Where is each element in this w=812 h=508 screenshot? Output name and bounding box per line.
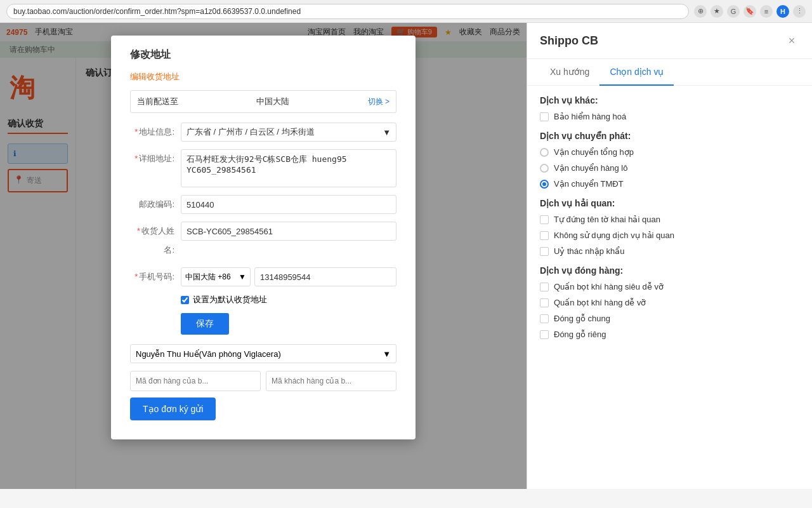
extension-icon-g[interactable]: G bbox=[727, 5, 740, 18]
label-dong-go-chung: Đóng gỗ chung bbox=[554, 314, 610, 323]
radio-tong-hop[interactable] bbox=[540, 148, 549, 157]
address-info-row: *地址信息: 广东省 / 广州市 / 白云区 / 均禾街道 ▼ bbox=[130, 123, 396, 142]
address-selector-arrow: ▼ bbox=[383, 349, 391, 359]
recipient-row: *收货人姓名: bbox=[130, 222, 396, 260]
modal-overlay: 修改地址 编辑收货地址 当前配送至 中国大陆 切换 > *地址信息: 广东省 /… bbox=[0, 23, 527, 489]
checkbox-khong-su-dung[interactable] bbox=[540, 231, 549, 240]
create-order-button[interactable]: Tạo đơn ký gửi bbox=[130, 398, 216, 420]
detail-address-label: *详细地址: bbox=[130, 149, 174, 168]
phone-label: *手机号码: bbox=[130, 267, 174, 286]
detail-address-input[interactable]: 石马村旺发大街92号C栋SCB仓库 hueng95 YC605_29854561 bbox=[181, 149, 396, 187]
delivery-row: 当前配送至 中国大陆 切换 > bbox=[130, 90, 396, 113]
shippo-header: Shippo CB × bbox=[527, 23, 812, 59]
switch-link[interactable]: 切换 > bbox=[368, 97, 390, 107]
checkbox-bot-khi-sieu-de-vo[interactable] bbox=[540, 283, 549, 291]
browser-chrome: buy.taobao.com/auction/order/confirm_ord… bbox=[0, 0, 812, 23]
label-bao-hiem: Bảo hiểm hàng hoá bbox=[554, 112, 626, 121]
checkbox-bot-khi-de-vo[interactable] bbox=[540, 298, 549, 307]
label-uy-thac: Uỷ thác nhập khẩu bbox=[554, 246, 624, 256]
shippo-tabs: Xu hướng Chọn dịch vụ bbox=[527, 59, 812, 86]
tab-chon-dich-vu[interactable]: Chọn dịch vụ bbox=[599, 59, 674, 86]
form-section-title: 编辑收货地址 bbox=[130, 71, 396, 83]
checkbox-uy-thac[interactable] bbox=[540, 247, 549, 256]
radio-hang-lo[interactable] bbox=[540, 164, 549, 173]
service-item-bot-khi-de-vo: Quấn bọt khí hàng dễ vỡ bbox=[540, 298, 799, 307]
address-select-dropdown[interactable]: 广东省 / 广州市 / 白云区 / 均禾街道 ▼ bbox=[181, 123, 396, 142]
service-section-khac-title: Dịch vụ khác: bbox=[540, 95, 799, 105]
default-address-row: 设置为默认收货地址 bbox=[130, 294, 396, 305]
checkbox-dong-go-chung[interactable] bbox=[540, 314, 549, 323]
service-section-hai-quan: Dịch vụ hải quan: Tự đứng tên tờ khai hả… bbox=[540, 198, 799, 256]
browser-icon-group: ⊕ ★ G 🔖 ≡ H ⋮ bbox=[694, 5, 806, 18]
extension-icon-1[interactable]: ⊕ bbox=[694, 5, 707, 18]
recipient-label: *收货人姓名: bbox=[130, 222, 174, 260]
bottom-inputs bbox=[130, 371, 396, 391]
shippo-title: Shippo CB bbox=[540, 34, 598, 48]
dropdown-arrow-icon: ▼ bbox=[383, 128, 391, 137]
service-section-chuyen-phat-title: Dịch vụ chuyển phát: bbox=[540, 131, 799, 141]
default-address-checkbox[interactable] bbox=[181, 296, 189, 304]
zip-input[interactable] bbox=[181, 195, 396, 214]
taobao-content: 24975 手机逛淘宝 淘宝网首页 我的淘宝 🛒 购物车9 ★ 收藏夹 商品分类… bbox=[0, 23, 527, 489]
address-selector[interactable]: Nguyễn Thu Huế(Văn phòng Viglacera) ▼ bbox=[130, 344, 396, 363]
service-item-tong-hop: Vận chuyển tổng hợp bbox=[540, 147, 799, 157]
order-code-input[interactable] bbox=[130, 371, 261, 391]
user-avatar[interactable]: H bbox=[776, 5, 789, 18]
service-item-hang-lo: Vận chuyển hàng lô bbox=[540, 163, 799, 173]
address-modal: 修改地址 编辑收货地址 当前配送至 中国大陆 切换 > *地址信息: 广东省 /… bbox=[111, 36, 416, 439]
zip-label: 邮政编码: bbox=[130, 195, 174, 214]
address-selector-row: Nguyễn Thu Huế(Văn phòng Viglacera) ▼ bbox=[130, 344, 396, 363]
service-item-dong-go-chung: Đóng gỗ chung bbox=[540, 314, 799, 323]
service-item-bao-hiem: Bảo hiểm hàng hoá bbox=[540, 112, 799, 121]
phone-country-select[interactable]: 中国大陆 +86 ▼ bbox=[181, 267, 251, 286]
modal-title: 修改地址 bbox=[130, 48, 396, 62]
zip-row: 邮政编码: bbox=[130, 195, 396, 214]
extension-icon-bookmark[interactable]: 🔖 bbox=[743, 5, 756, 18]
label-tong-hop: Vận chuyển tổng hợp bbox=[554, 147, 634, 157]
more-options-icon[interactable]: ⋮ bbox=[793, 5, 806, 18]
service-item-dong-go-rieng: Đóng gỗ riêng bbox=[540, 330, 799, 339]
url-text: buy.taobao.com/auction/order/confirm_ord… bbox=[13, 7, 301, 16]
label-khong-su-dung: Không sử dụng dịch vụ hải quan bbox=[554, 231, 674, 240]
service-item-bot-khi-sieu-de-vo: Quấn bọt khí hàng siêu dễ vỡ bbox=[540, 282, 799, 291]
label-dong-go-rieng: Đóng gỗ riêng bbox=[554, 330, 606, 339]
close-button[interactable]: × bbox=[784, 33, 799, 48]
phone-country-arrow: ▼ bbox=[239, 272, 246, 281]
phone-row: *手机号码: 中国大陆 +86 ▼ bbox=[130, 267, 396, 286]
service-item-to-khai: Tự đứng tên tờ khai hải quan bbox=[540, 215, 799, 224]
phone-input-group: 中国大陆 +86 ▼ bbox=[181, 267, 396, 286]
service-section-dong-hang-title: Dịch vụ đóng hàng: bbox=[540, 265, 799, 276]
service-section-khac: Dịch vụ khác: Bảo hiểm hàng hoá bbox=[540, 95, 799, 121]
radio-tmdt[interactable] bbox=[540, 180, 549, 189]
label-tmdt: Vận chuyển TMĐT bbox=[554, 179, 624, 189]
save-button[interactable]: 保存 bbox=[181, 313, 229, 335]
address-select-value: 广东省 / 广州市 / 白云区 / 均禾街道 bbox=[187, 126, 315, 138]
default-address-label: 设置为默认收货地址 bbox=[193, 294, 267, 305]
shippo-body: Dịch vụ khác: Bảo hiểm hàng hoá Dịch vụ … bbox=[527, 86, 812, 489]
label-to-khai: Tự đứng tên tờ khai hải quan bbox=[554, 215, 660, 224]
service-item-khong-su-dung: Không sử dụng dịch vụ hải quan bbox=[540, 231, 799, 240]
service-section-hai-quan-title: Dịch vụ hải quan: bbox=[540, 198, 799, 208]
tab-xu-huong[interactable]: Xu hướng bbox=[540, 59, 599, 86]
delivery-value: 中国大陆 bbox=[256, 96, 289, 107]
extension-icon-menu[interactable]: ≡ bbox=[760, 5, 773, 18]
delivery-label: 当前配送至 bbox=[137, 96, 178, 107]
shippo-panel: Shippo CB × Xu hướng Chọn dịch vụ Dịch v… bbox=[527, 23, 812, 489]
main-layout: 24975 手机逛淘宝 淘宝网首页 我的淘宝 🛒 购物车9 ★ 收藏夹 商品分类… bbox=[0, 23, 812, 489]
service-section-chuyen-phat: Dịch vụ chuyển phát: Vận chuyển tổng hợp… bbox=[540, 131, 799, 189]
label-hang-lo: Vận chuyển hàng lô bbox=[554, 163, 627, 173]
service-item-tmdt: Vận chuyển TMĐT bbox=[540, 179, 799, 189]
checkbox-bao-hiem[interactable] bbox=[540, 112, 549, 121]
recipient-input[interactable] bbox=[181, 222, 396, 241]
url-bar[interactable]: buy.taobao.com/auction/order/confirm_ord… bbox=[6, 4, 689, 19]
checkbox-to-khai[interactable] bbox=[540, 215, 549, 224]
phone-number-input[interactable] bbox=[254, 267, 396, 286]
service-item-uy-thac: Uỷ thác nhập khẩu bbox=[540, 246, 799, 256]
customer-code-input[interactable] bbox=[266, 371, 396, 391]
address-label: *地址信息: bbox=[130, 123, 174, 142]
detail-address-row: *详细地址: 石马村旺发大街92号C栋SCB仓库 hueng95 YC605_2… bbox=[130, 149, 396, 187]
phone-country-value: 中国大陆 +86 bbox=[185, 272, 231, 283]
bookmark-icon[interactable]: ★ bbox=[710, 5, 723, 18]
checkbox-dong-go-rieng[interactable] bbox=[540, 330, 549, 339]
address-selector-value: Nguyễn Thu Huế(Văn phòng Viglacera) bbox=[136, 349, 281, 359]
